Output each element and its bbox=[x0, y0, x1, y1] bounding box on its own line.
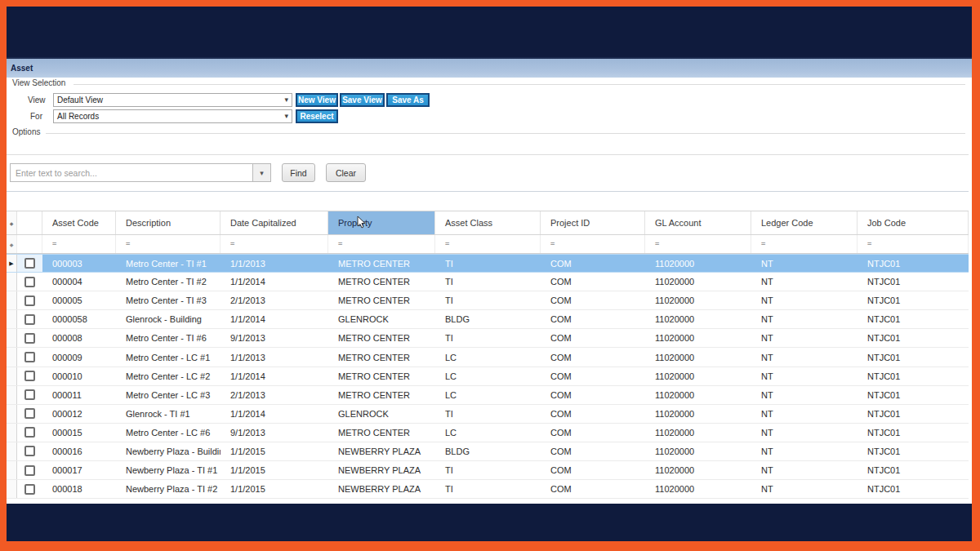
cell-date-capitalized[interactable]: 1/1/2013 bbox=[220, 348, 328, 366]
cell-asset-class[interactable]: TI bbox=[435, 405, 541, 423]
view-dropdown[interactable]: Default View ▾ bbox=[53, 93, 292, 107]
cell-ledger-code[interactable]: NT bbox=[751, 386, 858, 404]
cell-description[interactable]: Glenrock - Building bbox=[116, 310, 220, 328]
row-checkbox[interactable] bbox=[24, 371, 35, 381]
cell-ledger-code[interactable]: NT bbox=[751, 367, 858, 385]
cell-property[interactable]: METRO CENTER bbox=[328, 367, 435, 385]
cell-property[interactable]: METRO CENTER bbox=[328, 273, 435, 291]
cell-date-capitalized[interactable]: 1/1/2015 bbox=[220, 480, 328, 498]
row-checkbox[interactable] bbox=[24, 408, 35, 419]
cell-date-capitalized[interactable]: 1/1/2014 bbox=[220, 273, 328, 291]
cell-description[interactable]: Metro Center - TI #6 bbox=[116, 329, 220, 347]
equals-operator-icon[interactable]: = bbox=[550, 240, 554, 248]
column-header-asset-code[interactable]: Asset Code bbox=[42, 211, 116, 234]
cell-asset-code[interactable]: 000015 bbox=[42, 424, 116, 442]
filter-cell-property[interactable]: = bbox=[328, 235, 435, 253]
table-row[interactable]: 000012 Glenrock - TI #1 1/1/2014 GLENROC… bbox=[7, 405, 969, 424]
cell-gl-account[interactable]: 11020000 bbox=[645, 310, 751, 328]
filter-cell-description[interactable]: = bbox=[116, 235, 220, 253]
cell-date-capitalized[interactable]: 2/1/2013 bbox=[220, 291, 328, 309]
cell-gl-account[interactable]: 11020000 bbox=[645, 424, 751, 442]
filter-cell-asset-code[interactable]: = bbox=[42, 235, 116, 253]
cell-project-id[interactable]: COM bbox=[541, 348, 645, 366]
cell-asset-class[interactable]: TI bbox=[435, 255, 541, 272]
column-header-ledger-code[interactable]: Ledger Code bbox=[751, 211, 858, 234]
save-view-button[interactable]: Save View bbox=[340, 93, 385, 107]
cell-property[interactable]: METRO CENTER bbox=[328, 291, 435, 309]
cell-asset-code[interactable]: 000012 bbox=[42, 405, 116, 423]
cell-gl-account[interactable]: 11020000 bbox=[645, 329, 751, 347]
cell-description[interactable]: Metro Center - TI #1 bbox=[116, 255, 220, 272]
cell-property[interactable]: NEWBERRY PLAZA bbox=[328, 461, 435, 479]
row-checkbox[interactable] bbox=[24, 352, 35, 362]
clear-button[interactable]: Clear bbox=[326, 163, 366, 182]
cell-gl-account[interactable]: 11020000 bbox=[645, 255, 751, 272]
row-checkbox[interactable] bbox=[24, 295, 35, 306]
cell-ledger-code[interactable]: NT bbox=[751, 405, 858, 423]
cell-project-id[interactable]: COM bbox=[541, 424, 645, 442]
cell-asset-class[interactable]: TI bbox=[435, 329, 541, 347]
filter-cell-ledger-code[interactable]: = bbox=[751, 235, 858, 253]
cell-gl-account[interactable]: 11020000 bbox=[645, 348, 751, 366]
cell-asset-code[interactable]: 000008 bbox=[42, 329, 116, 347]
cell-property[interactable]: METRO CENTER bbox=[328, 424, 435, 442]
cell-asset-class[interactable]: LC bbox=[435, 367, 541, 385]
row-checkbox[interactable] bbox=[24, 314, 35, 325]
column-header-asset-class[interactable]: Asset Class bbox=[435, 211, 541, 234]
equals-operator-icon[interactable]: = bbox=[655, 240, 658, 248]
cell-job-code[interactable]: NTJC01 bbox=[858, 348, 969, 366]
row-checkbox[interactable] bbox=[24, 333, 35, 344]
cell-description[interactable]: Newberry Plaza - TI #2 bbox=[116, 480, 220, 498]
cell-project-id[interactable]: COM bbox=[541, 461, 645, 479]
row-checkbox-cell[interactable] bbox=[17, 386, 42, 404]
cell-date-capitalized[interactable]: 1/1/2014 bbox=[220, 405, 328, 423]
cell-gl-account[interactable]: 11020000 bbox=[645, 461, 751, 479]
cell-ledger-code[interactable]: NT bbox=[751, 424, 858, 442]
row-checkbox-cell[interactable] bbox=[17, 255, 42, 272]
cell-project-id[interactable]: COM bbox=[541, 310, 645, 328]
cell-asset-code[interactable]: 000011 bbox=[42, 386, 116, 404]
cell-date-capitalized[interactable]: 1/1/2014 bbox=[220, 310, 328, 328]
cell-ledger-code[interactable]: NT bbox=[751, 310, 858, 328]
cell-date-capitalized[interactable]: 1/1/2013 bbox=[220, 255, 328, 272]
cell-job-code[interactable]: NTJC01 bbox=[858, 405, 969, 423]
cell-date-capitalized[interactable]: 2/1/2013 bbox=[220, 386, 328, 404]
cell-project-id[interactable]: COM bbox=[541, 291, 645, 309]
column-header-gl-account[interactable]: GL Account bbox=[645, 211, 751, 234]
cell-asset-class[interactable]: TI bbox=[435, 273, 541, 291]
reselect-button[interactable]: Reselect bbox=[296, 109, 338, 123]
table-row[interactable]: 000016 Newberry Plaza - Building 1/1/201… bbox=[7, 442, 969, 461]
cell-ledger-code[interactable]: NT bbox=[751, 461, 858, 479]
cell-asset-class[interactable]: LC bbox=[435, 348, 541, 366]
cell-asset-class[interactable]: BLDG bbox=[435, 310, 541, 328]
equals-operator-icon[interactable]: = bbox=[761, 240, 764, 248]
cell-job-code[interactable]: NTJC01 bbox=[858, 367, 969, 385]
cell-asset-class[interactable]: LC bbox=[435, 386, 541, 404]
row-checkbox-cell[interactable] bbox=[17, 442, 42, 460]
column-header-date-capitalized[interactable]: Date Capitalized bbox=[220, 211, 328, 234]
cell-project-id[interactable]: COM bbox=[541, 255, 645, 272]
row-checkbox[interactable] bbox=[24, 446, 35, 456]
cell-property[interactable]: METRO CENTER bbox=[328, 329, 435, 347]
row-checkbox-cell[interactable] bbox=[17, 480, 42, 498]
cell-property[interactable]: GLENROCK bbox=[328, 405, 435, 423]
cell-ledger-code[interactable]: NT bbox=[751, 442, 858, 460]
equals-operator-icon[interactable]: = bbox=[445, 240, 448, 248]
cell-description[interactable]: Metro Center - TI #3 bbox=[116, 291, 220, 309]
table-row[interactable]: 000010 Metro Center - LC #2 1/1/2014 MET… bbox=[7, 367, 969, 386]
row-checkbox[interactable] bbox=[24, 427, 35, 438]
cell-job-code[interactable]: NTJC01 bbox=[858, 255, 969, 272]
cell-date-capitalized[interactable]: 1/1/2014 bbox=[220, 367, 328, 385]
row-checkbox-cell[interactable] bbox=[17, 367, 42, 385]
cell-asset-code[interactable]: 000005 bbox=[42, 291, 116, 309]
cell-date-capitalized[interactable]: 9/1/2013 bbox=[220, 329, 328, 347]
cell-project-id[interactable]: COM bbox=[541, 405, 645, 423]
cell-gl-account[interactable]: 11020000 bbox=[645, 405, 751, 423]
row-checkbox-cell[interactable] bbox=[17, 461, 42, 479]
row-checkbox[interactable] bbox=[24, 258, 35, 269]
cell-asset-code[interactable]: 000003 bbox=[42, 255, 116, 272]
cell-description[interactable]: Newberry Plaza - TI #1 bbox=[116, 461, 220, 479]
cell-ledger-code[interactable]: NT bbox=[751, 348, 858, 366]
cell-date-capitalized[interactable]: 1/1/2015 bbox=[220, 442, 328, 460]
cell-description[interactable]: Metro Center - LC #2 bbox=[116, 367, 220, 385]
